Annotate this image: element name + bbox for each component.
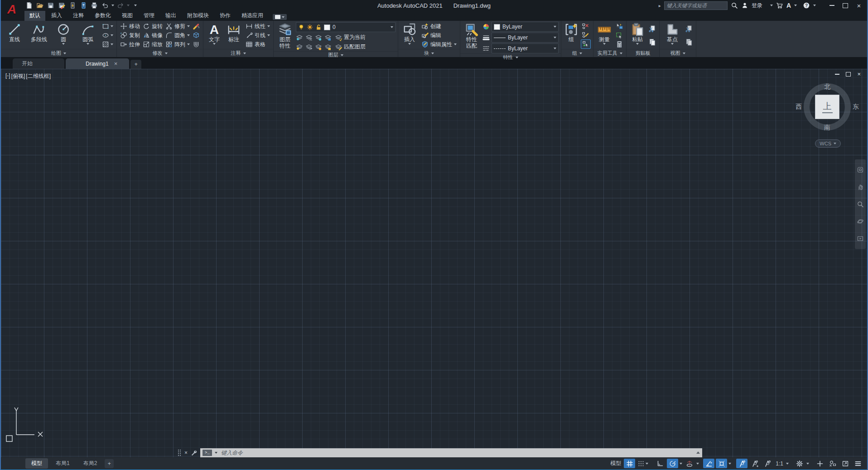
- base-point-button[interactable]: 基点: [662, 22, 683, 49]
- panel-label-modify[interactable]: 修改: [117, 49, 203, 57]
- viewcube-west[interactable]: 西: [796, 103, 802, 111]
- wcs-menu-button[interactable]: WCS: [815, 139, 841, 148]
- ribbon-display-toggle-button[interactable]: [273, 14, 287, 20]
- linetype-dropdown[interactable]: ByLayer: [492, 43, 559, 53]
- new-drawing-button[interactable]: [24, 1, 34, 10]
- help-caret-icon[interactable]: [813, 5, 816, 6]
- array-button[interactable]: 阵列: [164, 40, 191, 49]
- annotation-autoscale-toggle[interactable]: [749, 459, 760, 468]
- ellipse-button[interactable]: [101, 31, 114, 40]
- ribbon-tab-collaborate[interactable]: 协作: [215, 10, 236, 21]
- ribbon-tab-addins[interactable]: 附加模块: [182, 10, 214, 21]
- redo-button[interactable]: [116, 1, 125, 10]
- command-prompt-icon[interactable]: >_: [203, 450, 212, 456]
- ortho-toggle[interactable]: [654, 459, 665, 468]
- help-icon[interactable]: [803, 2, 810, 9]
- plot-button[interactable]: [90, 1, 99, 10]
- layer-lock-icon[interactable]: [315, 24, 322, 30]
- viewcube-south[interactable]: 南: [824, 124, 830, 132]
- new-file-tab-button[interactable]: +: [130, 60, 141, 69]
- layer-lock-small-icon[interactable]: [324, 34, 332, 41]
- hatch-button[interactable]: [101, 40, 114, 49]
- polyline-button[interactable]: 多段线: [28, 22, 50, 49]
- annotation-scale-icon[interactable]: [762, 459, 773, 468]
- layer-dropdown[interactable]: 0: [296, 22, 395, 32]
- layer-thaw-icon[interactable]: [315, 43, 322, 51]
- layer-freeze-all-icon[interactable]: [315, 34, 322, 41]
- signin-caret-icon[interactable]: [770, 5, 773, 6]
- viewport-visual-style-control[interactable]: [二维线框]: [26, 72, 51, 80]
- model-space-toggle[interactable]: 模型: [609, 460, 622, 467]
- view-copy-button[interactable]: [685, 38, 694, 47]
- snap-toggle[interactable]: [637, 459, 649, 468]
- object-snap-toggle[interactable]: [716, 459, 727, 468]
- panel-label-clipboard[interactable]: 剪贴板: [627, 49, 659, 57]
- qat-customize-caret-icon[interactable]: [134, 5, 137, 6]
- isometric-drafting-toggle[interactable]: [684, 459, 695, 468]
- isolate-objects-button[interactable]: [827, 459, 838, 468]
- layer-dropdown-caret-icon[interactable]: [391, 26, 393, 28]
- ribbon-tab-annotate[interactable]: 注释: [68, 10, 89, 21]
- orbit-icon[interactable]: [857, 218, 864, 225]
- mirror-button[interactable]: 镜像: [142, 31, 164, 40]
- annotation-monitor-toggle[interactable]: [814, 459, 825, 468]
- command-recent-caret-icon[interactable]: [215, 452, 217, 454]
- file-tab-close-icon[interactable]: ×: [114, 60, 118, 67]
- trim-button[interactable]: 修剪: [164, 22, 191, 31]
- redo-dropdown-caret-icon[interactable]: [127, 5, 130, 6]
- move-button[interactable]: 移动: [119, 22, 141, 31]
- arc-button[interactable]: 圆弧: [77, 22, 99, 49]
- autocad-logo-icon[interactable]: A: [4, 0, 20, 19]
- match-layer-button[interactable]: 匹配图层: [334, 43, 366, 51]
- workspace-switching-button[interactable]: [794, 459, 805, 468]
- search-expand-icon[interactable]: ▸: [659, 3, 661, 8]
- sign-in-button[interactable]: 登录: [752, 2, 762, 10]
- window-maximize-button[interactable]: [839, 0, 852, 10]
- viewcube-north[interactable]: 北: [824, 83, 830, 91]
- viewport-menu-control[interactable]: [-]: [5, 72, 10, 80]
- edit-block-button[interactable]: 编辑: [420, 31, 458, 40]
- command-drag-grip[interactable]: [178, 449, 182, 456]
- ribbon-tab-output[interactable]: 输出: [160, 10, 181, 21]
- stretch-button[interactable]: 拉伸: [119, 40, 141, 49]
- open-from-web-mobile-button[interactable]: [79, 1, 88, 10]
- annotation-visibility-toggle[interactable]: [736, 459, 747, 468]
- layer-unisolate-icon[interactable]: [296, 43, 303, 51]
- drawing-restore-button[interactable]: [846, 72, 851, 77]
- panel-label-annotation[interactable]: 注释: [203, 49, 273, 57]
- workspace-caret-icon[interactable]: [806, 463, 809, 465]
- command-input[interactable]: [220, 449, 694, 456]
- group-selection-toggle[interactable]: [581, 39, 591, 49]
- grid-toggle[interactable]: [624, 459, 635, 468]
- panel-label-layers[interactable]: 图层: [274, 51, 398, 58]
- ribbon-tab-manage[interactable]: 管理: [139, 10, 159, 21]
- group-edit-button[interactable]: [581, 30, 591, 39]
- save-to-web-mobile-button[interactable]: [68, 1, 77, 10]
- panel-label-block[interactable]: 块: [398, 49, 460, 57]
- ribbon-tab-home[interactable]: 默认: [24, 10, 45, 21]
- layer-prev-icon[interactable]: [305, 43, 313, 51]
- panel-label-draw[interactable]: 绘图: [1, 49, 116, 57]
- file-tab-start[interactable]: 开始: [13, 58, 64, 69]
- match-properties-button[interactable]: 特性匹配: [463, 22, 481, 53]
- user-icon[interactable]: [741, 2, 748, 9]
- layer-isolate-icon[interactable]: [305, 34, 313, 41]
- pan-icon[interactable]: [857, 183, 864, 191]
- file-tab-drawing1[interactable]: Drawing1 ×: [66, 58, 129, 69]
- copy-clip-button[interactable]: [648, 38, 657, 47]
- new-layout-button[interactable]: +: [105, 459, 114, 468]
- quick-select-button[interactable]: [615, 22, 624, 31]
- fillet-button[interactable]: 圆角: [164, 31, 191, 40]
- create-block-button[interactable]: 创建: [420, 22, 458, 31]
- table-button[interactable]: 表格: [245, 40, 271, 49]
- group-button[interactable]: 组: [564, 22, 579, 49]
- command-history-up-icon[interactable]: [696, 451, 700, 454]
- drawing-canvas[interactable]: [-] [俯视] [二维线框] × 上 北 南 西 东 WCS: [1, 69, 867, 457]
- layout1-tab[interactable]: 布局1: [50, 458, 76, 469]
- layer-off-icon[interactable]: [296, 34, 303, 41]
- annotation-scale-value[interactable]: 1:1: [774, 460, 785, 467]
- select-similar-button[interactable]: [615, 31, 624, 40]
- offset-button[interactable]: [192, 40, 201, 49]
- undo-dropdown-caret-icon[interactable]: [111, 5, 114, 6]
- undo-button[interactable]: [101, 1, 110, 10]
